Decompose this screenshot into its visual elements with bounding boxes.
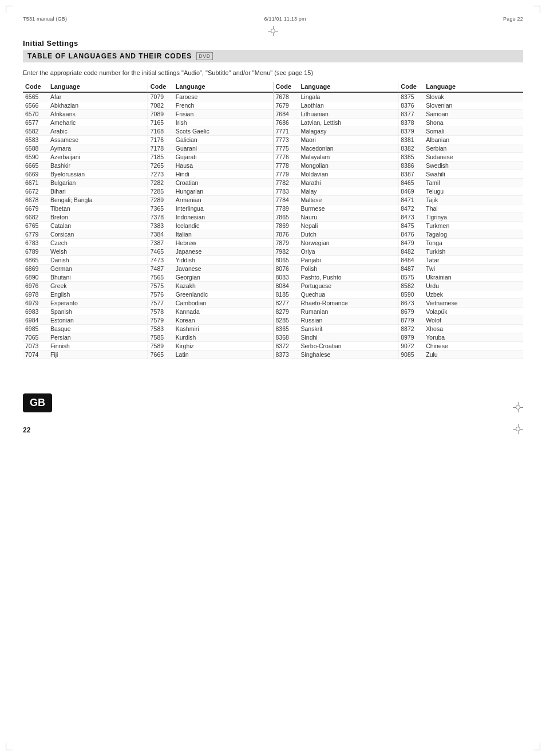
table-row: 7465Japanese: [148, 247, 273, 256]
lang-code: 7583: [151, 325, 176, 332]
table-row: 6978English: [23, 290, 148, 299]
table-row: 7384Italian: [148, 230, 273, 239]
table-row: 8377Samoan: [398, 110, 523, 119]
lang-name: Bhutani: [50, 274, 71, 281]
lang-name: Samoan: [426, 111, 448, 117]
col-header-language: Language: [50, 83, 80, 90]
lang-code: 8472: [401, 205, 426, 212]
table-row: 7565Georgian: [148, 273, 273, 282]
lang-name: Hebrew: [176, 239, 196, 246]
table-row: 8277Rhaeto-Romance: [274, 299, 398, 308]
table-row: 6679Tibetan: [23, 204, 148, 213]
lang-name: Macedonian: [301, 145, 334, 152]
table-row: 7577Cambodian: [148, 299, 273, 308]
lang-code: 6979: [25, 300, 50, 306]
lang-name: Polish: [301, 265, 318, 272]
lang-code: 7176: [151, 136, 176, 143]
table-row: 7378Indonesian: [148, 213, 273, 222]
lang-code: 6588: [25, 145, 50, 152]
col-header-code: Code: [276, 83, 301, 90]
lang-name: Mongolian: [301, 162, 329, 169]
table-row: 7783Malay: [274, 187, 398, 196]
lang-code: 8372: [276, 342, 301, 349]
lang-code: 7073: [25, 342, 50, 349]
lang-name: Hausa: [176, 162, 193, 169]
lang-name: Serbo-Croatian: [301, 342, 342, 349]
col-header-code: Code: [151, 83, 176, 90]
col-header-0: CodeLanguage: [23, 82, 148, 93]
table-row: 7789Burmese: [274, 204, 398, 213]
meta-right: Page 22: [503, 16, 523, 22]
lang-name: Welsh: [50, 248, 67, 255]
lang-name: Javanese: [176, 265, 201, 272]
lang-code: 8381: [401, 136, 426, 143]
lang-name: Croatian: [176, 179, 199, 186]
lang-name: Laothian: [301, 102, 324, 109]
lang-name: Lingala: [301, 93, 321, 100]
lang-name: Wolof: [426, 317, 441, 324]
table-row: 8386Swedish: [398, 162, 523, 170]
lang-name: French: [176, 102, 195, 109]
lang-code: 8185: [276, 291, 301, 298]
lang-code: 7473: [151, 257, 176, 263]
lang-name: Sindhi: [301, 334, 318, 341]
lang-code: 8590: [401, 291, 426, 298]
table-row: 7865Nauru: [274, 213, 398, 222]
lang-name: Swedish: [426, 162, 449, 169]
table-row: 8279Rumanian: [274, 308, 398, 316]
lang-code: 6583: [25, 136, 50, 143]
lang-name: Twi: [426, 265, 435, 272]
lang-code: 8365: [276, 325, 301, 332]
table-row: 6582Arabic: [23, 127, 148, 136]
lang-code: 7679: [276, 102, 301, 109]
table-row: 9072Chinese: [398, 342, 523, 351]
lang-name: Moldavian: [301, 171, 329, 178]
lang-name: Spanish: [50, 308, 72, 315]
lang-code: 8385: [401, 153, 426, 160]
lang-code: 7273: [151, 171, 176, 178]
table-row: 8472Thai: [398, 204, 523, 213]
lang-code: 8582: [401, 282, 426, 289]
lang-code: 7782: [276, 179, 301, 186]
table-row: 7473Yiddish: [148, 256, 273, 265]
lang-name: Slovenian: [426, 102, 452, 109]
lang-code: 7773: [276, 136, 301, 143]
lang-code: 7265: [151, 162, 176, 169]
lang-code: 8084: [276, 282, 301, 289]
lang-col-2: CodeLanguage7678Lingala7679Laothian7684L…: [274, 82, 399, 359]
lang-code: 6789: [25, 248, 50, 255]
table-row: 7869Nepali: [274, 222, 398, 230]
dvd-icon: DVD: [196, 52, 213, 60]
lang-code: 6869: [25, 265, 50, 272]
lang-name: Ukrainian: [426, 274, 451, 281]
lang-code: 8377: [401, 111, 426, 117]
lang-code: 7384: [151, 231, 176, 238]
lang-code: 8083: [276, 274, 301, 281]
col-header-2: CodeLanguage: [274, 82, 398, 93]
lang-name: Dutch: [301, 231, 316, 238]
lang-code: 9085: [401, 351, 426, 358]
page-footer: 22: [23, 424, 523, 434]
table-row: 6588Aymara: [23, 144, 148, 153]
lang-name: Korean: [176, 317, 195, 324]
lang-code: 7879: [276, 239, 301, 246]
lang-name: Sanskrit: [301, 325, 323, 332]
table-row: 7178Guarani: [148, 144, 273, 153]
table-row: 7074Fiji: [23, 351, 148, 359]
lang-code: 7082: [151, 102, 176, 109]
table-row: 8979Yoruba: [398, 333, 523, 342]
table-row: 7285Hungarian: [148, 187, 273, 196]
table-row: 7065Persian: [23, 333, 148, 342]
table-row: 8484Tatar: [398, 256, 523, 265]
lang-code: 7665: [151, 351, 176, 358]
lang-code: 7285: [151, 188, 176, 195]
lang-code: 7684: [276, 111, 301, 117]
lang-code: 6983: [25, 308, 50, 315]
lang-code: 6779: [25, 231, 50, 238]
table-row: 8872Xhosa: [398, 325, 523, 333]
lang-name: Aymara: [50, 145, 71, 152]
lang-code: 8277: [276, 300, 301, 306]
table-row: 7576Greenlandic: [148, 290, 273, 299]
lang-code: 6678: [25, 196, 50, 203]
lang-name: Danish: [50, 257, 69, 263]
